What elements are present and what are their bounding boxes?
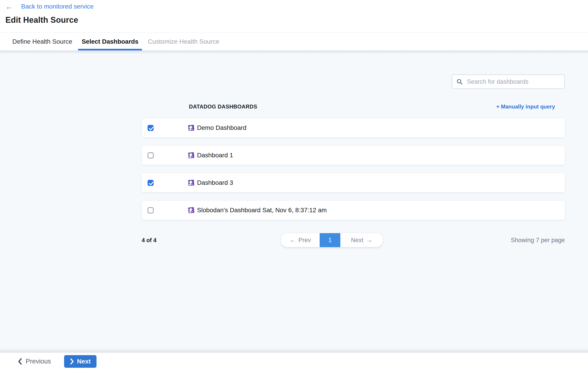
dashboard-row[interactable]: Demo Dashboard <box>142 118 565 137</box>
per-page-label: Showing 7 per page <box>511 237 565 244</box>
dashboard-list: Demo Dashboard <box>142 118 565 220</box>
previous-button[interactable]: Previous <box>18 358 51 365</box>
wizard-tabbar: Define Health Source Select Dashboards C… <box>0 33 588 50</box>
page-number-button[interactable]: 1 <box>320 233 340 247</box>
right-arrow-icon: → <box>366 237 372 243</box>
footer-bar: Previous Next <box>0 352 588 370</box>
datadog-icon <box>188 152 195 159</box>
row-checkbox[interactable] <box>147 125 154 131</box>
row-checkbox[interactable] <box>147 207 154 213</box>
next-button[interactable]: Next <box>64 355 96 368</box>
chevron-right-icon <box>70 358 74 365</box>
next-button-label: Next <box>77 358 91 365</box>
dashboard-name: Dashboard 1 <box>197 152 233 159</box>
search-input[interactable] <box>467 78 561 86</box>
tab-select-dashboards[interactable]: Select Dashboards <box>78 33 142 50</box>
search-icon <box>456 78 463 86</box>
dashboard-row[interactable]: Dashboard 1 <box>142 146 565 165</box>
dashboard-name: Demo Dashboard <box>197 124 246 131</box>
chevron-left-icon <box>18 358 22 365</box>
content-area: DATADOG DASHBOARDS + Manually input quer… <box>0 50 588 352</box>
back-arrow-icon: ← <box>5 3 13 10</box>
search-box <box>452 75 565 89</box>
tab-customize-health-source[interactable]: Customize Health Source <box>144 33 223 50</box>
page-title: Edit Health Source <box>5 15 78 25</box>
next-page-button[interactable]: Next → <box>340 233 383 247</box>
page-header: ← Back to monitored service Edit Health … <box>0 0 588 33</box>
dashboard-name: Dashboard 3 <box>197 179 233 186</box>
row-checkbox[interactable] <box>147 180 154 186</box>
list-header: DATADOG DASHBOARDS + Manually input quer… <box>142 102 565 112</box>
back-link-label: Back to monitored service <box>21 3 94 10</box>
dashboard-name: Slobodan's Dashboard Sat, Nov 6, 8:37:12… <box>197 207 327 214</box>
item-count: 4 of 4 <box>142 237 156 243</box>
datadog-icon <box>188 207 195 214</box>
datadog-icon <box>188 124 195 131</box>
back-link[interactable]: ← Back to monitored service <box>5 3 94 10</box>
row-checkbox[interactable] <box>147 152 154 158</box>
manually-input-query-link[interactable]: + Manually input query <box>496 104 555 110</box>
prev-label: Prev <box>298 237 311 244</box>
dashboard-row[interactable]: Dashboard 3 <box>142 173 565 192</box>
datadog-icon <box>188 179 195 186</box>
tab-define-health-source[interactable]: Define Health Source <box>9 33 76 50</box>
column-header: DATADOG DASHBOARDS <box>189 104 257 110</box>
dashboard-row[interactable]: Slobodan's Dashboard Sat, Nov 6, 8:37:12… <box>142 201 565 220</box>
previous-button-label: Previous <box>26 358 51 365</box>
next-label: Next <box>351 237 364 244</box>
pagination: 4 of 4 ← Prev 1 Next → Showing 7 per pag… <box>0 233 588 247</box>
edit-health-source-page: ← Back to monitored service Edit Health … <box>0 0 588 370</box>
pagination-pill: ← Prev 1 Next → <box>281 233 383 247</box>
left-arrow-icon: ← <box>290 237 296 243</box>
prev-page-button[interactable]: ← Prev <box>281 233 320 247</box>
